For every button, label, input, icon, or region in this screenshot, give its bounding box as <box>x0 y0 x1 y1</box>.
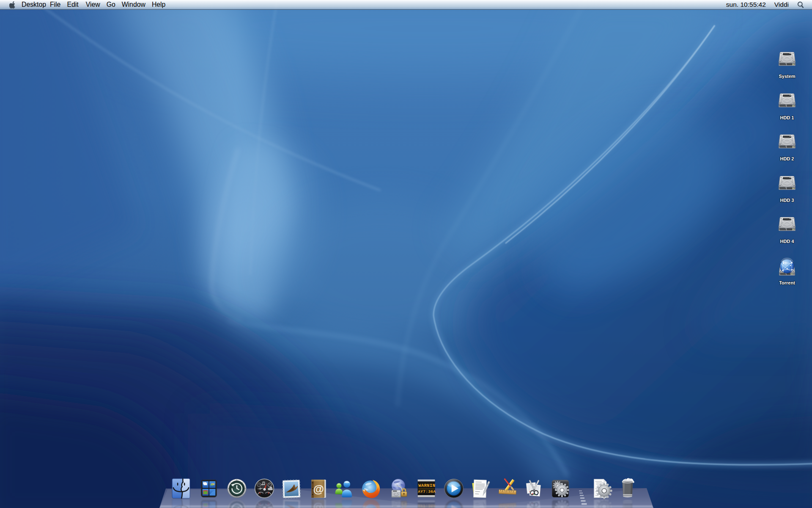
svg-text:System: System <box>779 74 795 79</box>
svg-text:HDD 3: HDD 3 <box>780 198 794 203</box>
svg-text:Torrent: Torrent <box>779 280 795 285</box>
svg-text:HDD 4: HDD 4 <box>780 239 794 244</box>
svg-text:HDD 2: HDD 2 <box>780 156 794 161</box>
svg-text:HDD 1: HDD 1 <box>780 115 794 120</box>
